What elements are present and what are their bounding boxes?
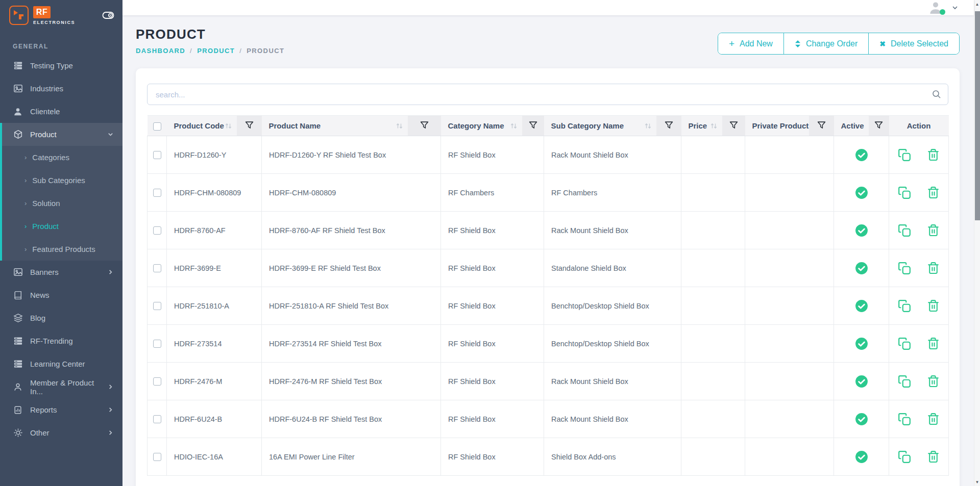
sidebar-item-member-product[interactable]: Member & Product In... bbox=[0, 375, 122, 398]
sidebar-item-product[interactable]: Product bbox=[2, 123, 122, 146]
cell-sub-category-name: Rack Mount Shield Box bbox=[544, 136, 681, 174]
user-avatar[interactable] bbox=[928, 0, 943, 15]
header-price[interactable]: Price bbox=[681, 116, 722, 136]
duplicate-button[interactable] bbox=[898, 375, 911, 388]
header-private-product[interactable]: Private Product bbox=[745, 116, 809, 136]
duplicate-button[interactable] bbox=[898, 224, 911, 237]
change-order-button[interactable]: Change Order bbox=[783, 33, 868, 54]
sort-icon[interactable] bbox=[396, 122, 408, 130]
active-check-icon[interactable] bbox=[855, 186, 868, 199]
row-checkbox[interactable] bbox=[153, 453, 161, 461]
duplicate-button[interactable] bbox=[898, 148, 911, 162]
sidebar-item-industries[interactable]: Industries bbox=[0, 77, 122, 100]
active-check-icon[interactable] bbox=[855, 148, 868, 162]
gear-icon bbox=[13, 428, 23, 438]
breadcrumb-dashboard[interactable]: DASHBOARD bbox=[136, 47, 185, 55]
row-checkbox[interactable] bbox=[153, 377, 161, 386]
delete-button[interactable] bbox=[927, 450, 940, 463]
sidebar-item-rf-trending[interactable]: RF-Trending bbox=[0, 329, 122, 352]
header-active[interactable]: Active bbox=[834, 116, 869, 136]
header-product-name[interactable]: Product Name bbox=[262, 116, 408, 136]
breadcrumb-product[interactable]: PRODUCT bbox=[197, 47, 235, 55]
filter-sub-category-name[interactable] bbox=[656, 116, 681, 136]
sidebar-item-other[interactable]: Other bbox=[0, 421, 122, 444]
duplicate-button[interactable] bbox=[898, 299, 911, 313]
toolbar-button-group: + Add New Change Order ✖ Delete Selected bbox=[718, 33, 960, 55]
sidebar-subitem-solution[interactable]: › Solution bbox=[2, 192, 122, 215]
cell-category-name: RF Shield Box bbox=[441, 400, 544, 438]
delete-button[interactable] bbox=[927, 299, 940, 312]
active-check-icon[interactable] bbox=[855, 375, 868, 388]
sidebar-item-clientele[interactable]: Clientele bbox=[0, 100, 122, 123]
user-menu-chevron-icon[interactable] bbox=[951, 4, 959, 11]
select-all-checkbox[interactable] bbox=[153, 122, 161, 131]
header-sub-category-name[interactable]: Sub Category Name bbox=[544, 116, 656, 136]
breadcrumb: DASHBOARD / PRODUCT / PRODUCT bbox=[136, 47, 284, 55]
row-checkbox[interactable] bbox=[153, 340, 161, 348]
delete-selected-button[interactable]: ✖ Delete Selected bbox=[868, 33, 959, 54]
search-input[interactable] bbox=[147, 84, 948, 105]
cell-price bbox=[681, 287, 745, 325]
filter-active[interactable] bbox=[869, 116, 889, 136]
delete-button[interactable] bbox=[927, 262, 940, 274]
header-product-code[interactable]: Product Code bbox=[167, 116, 237, 136]
sidebar-item-learning-center[interactable]: Learning Center bbox=[0, 352, 122, 375]
sidebar-item-blog[interactable]: Blog bbox=[0, 306, 122, 329]
sidebar-subitem-featured-products[interactable]: › Featured Products bbox=[2, 238, 122, 261]
duplicate-button[interactable] bbox=[898, 413, 911, 426]
sidebar-item-reports[interactable]: Reports bbox=[0, 398, 122, 421]
sidebar-item-label: Testing Type bbox=[30, 61, 73, 70]
row-checkbox[interactable] bbox=[153, 264, 161, 272]
sort-icon[interactable] bbox=[645, 122, 656, 130]
sidebar-subitem-sub-categories[interactable]: › Sub Categories bbox=[2, 169, 122, 192]
row-checkbox[interactable] bbox=[153, 189, 161, 197]
duplicate-button[interactable] bbox=[898, 337, 911, 350]
duplicate-button[interactable] bbox=[898, 262, 911, 275]
cell-category-name: RF Shield Box bbox=[441, 249, 544, 287]
brand-logo-icon[interactable] bbox=[9, 6, 29, 25]
scrollbar-thumb[interactable] bbox=[975, 11, 980, 220]
sidebar-item-banners[interactable]: Banners bbox=[0, 261, 122, 284]
cell-category-name: RF Shield Box bbox=[441, 363, 544, 400]
active-check-icon[interactable] bbox=[855, 224, 868, 237]
sidebar-item-news[interactable]: News bbox=[0, 284, 122, 306]
sort-icon[interactable] bbox=[225, 122, 237, 130]
scrollbar-up-arrow[interactable]: ▲ bbox=[974, 0, 980, 8]
sidebar-toggle-icon[interactable] bbox=[102, 9, 114, 21]
delete-button[interactable] bbox=[927, 186, 940, 199]
active-check-icon[interactable] bbox=[855, 262, 868, 275]
filter-product-name[interactable] bbox=[408, 116, 441, 136]
active-check-icon[interactable] bbox=[855, 299, 868, 313]
cell-product-name: HDRF-251810-A RF Shield Test Box bbox=[262, 287, 441, 325]
sort-vertical-icon bbox=[795, 40, 801, 48]
delete-button[interactable] bbox=[927, 413, 940, 425]
sidebar-subitem-product[interactable]: › Product bbox=[2, 215, 122, 238]
active-check-icon[interactable] bbox=[855, 413, 868, 426]
scrollbar[interactable]: ▲ ▼ bbox=[974, 0, 980, 486]
delete-button[interactable] bbox=[927, 224, 940, 237]
sort-icon[interactable] bbox=[510, 122, 522, 130]
row-checkbox[interactable] bbox=[153, 151, 161, 159]
sidebar-subitem-categories[interactable]: › Categories bbox=[2, 146, 122, 169]
active-check-icon[interactable] bbox=[855, 450, 868, 464]
row-checkbox[interactable] bbox=[153, 415, 161, 423]
filter-product-code[interactable] bbox=[237, 116, 262, 136]
active-check-icon[interactable] bbox=[855, 337, 868, 350]
duplicate-button[interactable] bbox=[898, 186, 911, 199]
search-icon[interactable] bbox=[932, 90, 941, 101]
image-icon bbox=[13, 267, 23, 277]
filter-price[interactable] bbox=[722, 116, 745, 136]
row-checkbox[interactable] bbox=[153, 226, 161, 235]
delete-button[interactable] bbox=[927, 148, 940, 161]
sidebar-item-testing-type[interactable]: Testing Type bbox=[0, 54, 122, 77]
filter-category-name[interactable] bbox=[522, 116, 544, 136]
scrollbar-down-arrow[interactable]: ▼ bbox=[974, 478, 980, 486]
row-checkbox[interactable] bbox=[153, 302, 161, 310]
filter-private-product[interactable] bbox=[809, 116, 834, 136]
delete-button[interactable] bbox=[927, 375, 940, 388]
delete-button[interactable] bbox=[927, 337, 940, 350]
sort-icon[interactable] bbox=[710, 122, 722, 130]
add-new-button[interactable]: + Add New bbox=[718, 33, 783, 54]
duplicate-button[interactable] bbox=[898, 450, 911, 464]
header-category-name[interactable]: Category Name bbox=[441, 116, 522, 136]
